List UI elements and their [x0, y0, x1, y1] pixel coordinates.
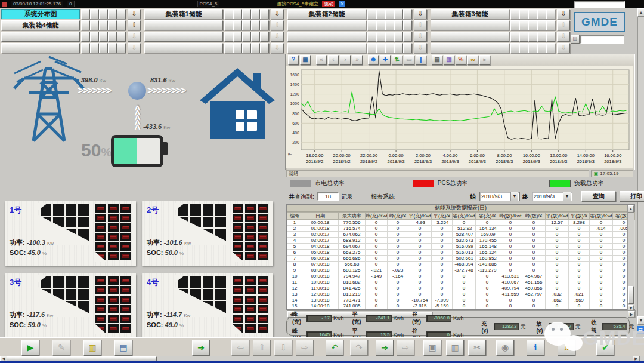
battery-container-panel-2[interactable]: 2号功率: -101.6 KwSOC: 50.0 %	[142, 201, 273, 266]
column-header[interactable]: 峰(充)/Kwt	[366, 213, 388, 220]
pause-icon[interactable]: ∥	[416, 55, 426, 65]
tab-cell[interactable]	[81, 9, 90, 19]
tab-cell[interactable]	[519, 20, 528, 30]
copy-report-button[interactable]: ▥	[446, 340, 464, 356]
tab-cell[interactable]	[224, 32, 233, 42]
tab-empty-r3c3[interactable]	[431, 43, 509, 53]
end-date-select[interactable]: 2018/9/3▼	[532, 192, 572, 201]
top-right-field-2[interactable]	[580, 35, 624, 44]
tab-empty-r2c2[interactable]	[287, 32, 366, 42]
tab-cell[interactable]	[260, 43, 269, 53]
table-scroll-right-icon[interactable]: ▶	[628, 311, 635, 318]
tab-cell[interactable]	[546, 9, 555, 19]
vscroll-down-icon[interactable]: ▼	[637, 316, 644, 325]
tab-cell[interactable]	[510, 32, 519, 42]
table-row[interactable]: 706:00:18666.6860000-502.661-160.8520000…	[287, 256, 635, 262]
tab-empty-r1c2[interactable]	[287, 20, 366, 30]
tab-cell[interactable]	[537, 32, 546, 42]
table-row[interactable]: 807:00:18666.680000-468.394-149.88600000…	[287, 262, 635, 267]
zoom-icon[interactable]: ⊕	[368, 55, 379, 65]
column-header[interactable]: 平(充)/Kwt	[408, 213, 432, 220]
column-header[interactable]: 峰(放)/Kwt	[499, 213, 522, 220]
tab-cell[interactable]	[108, 43, 117, 53]
table-row[interactable]: 605:00:18663.2750000-516.013-165.1240000…	[287, 250, 635, 256]
print-button[interactable]: 打印	[620, 191, 644, 202]
tab-cell[interactable]	[367, 9, 376, 19]
tab-cell[interactable]	[537, 9, 546, 19]
tab-cell[interactable]	[242, 20, 251, 30]
tab-empty-r3c1[interactable]	[144, 43, 223, 53]
tab-page-down-icon[interactable]: ⇩	[128, 9, 141, 19]
tab-cell[interactable]	[403, 43, 412, 53]
tab-cell[interactable]	[519, 43, 528, 53]
next-icon[interactable]: ›	[340, 55, 351, 65]
window-vscrollbar[interactable]	[637, 8, 644, 325]
table-vscrollbar[interactable]: ▲ ▼	[627, 205, 634, 312]
tab-cell[interactable]	[376, 43, 385, 53]
tab-cell[interactable]	[90, 20, 99, 30]
tab-cell[interactable]	[99, 32, 108, 42]
tab-empty-r3c2[interactable]	[287, 43, 366, 53]
tab-cell[interactable]	[251, 20, 260, 30]
battery-container-panel-4[interactable]: 4号功率: -114.7 KwSOC: 49.0 %	[142, 273, 273, 338]
tab-cell[interactable]	[537, 20, 546, 30]
tab-cell[interactable]	[519, 32, 528, 42]
tab-page-down-icon[interactable]: ⇩	[557, 32, 570, 42]
table-row[interactable]: 1413:00:18778.47100-10.754-7.0990000.862…	[287, 297, 635, 303]
tab-cell[interactable]	[233, 43, 242, 53]
percent-icon[interactable]: %	[456, 55, 466, 65]
mini-tool-button[interactable]: ▤	[571, 35, 580, 44]
tab-page-down-icon[interactable]: ⇩	[557, 20, 570, 30]
tab-cell[interactable]	[233, 32, 242, 42]
tab-集装箱1储能[interactable]: 集装箱1储能	[144, 9, 223, 19]
top-right-field[interactable]	[574, 1, 625, 8]
column-header[interactable]: 峰(充)/¥	[388, 213, 408, 220]
tab-cell[interactable]	[233, 20, 242, 30]
tab-cell[interactable]	[224, 43, 233, 53]
tab-cell[interactable]	[385, 43, 394, 53]
tab-cell[interactable]	[242, 43, 251, 53]
tab-cell[interactable]	[99, 43, 108, 53]
tab-cell[interactable]	[260, 9, 269, 19]
tab-cell[interactable]	[367, 20, 376, 30]
tab-page-down-icon[interactable]: ⇩	[557, 9, 570, 19]
tab-cell[interactable]	[251, 32, 260, 42]
column-header[interactable]: 平(放)/Kwt	[546, 213, 569, 220]
tab-cell[interactable]	[81, 43, 90, 53]
tab-cell[interactable]	[81, 20, 90, 30]
tab-cell[interactable]	[117, 32, 126, 42]
column-header[interactable]: 日期	[302, 213, 339, 220]
first-icon[interactable]: «	[316, 55, 327, 65]
run-button[interactable]: ▶	[21, 340, 39, 356]
column-header[interactable]: 谷(放)/Kwt	[590, 213, 613, 220]
tab-cell[interactable]	[99, 20, 108, 30]
view-icon[interactable]: ▭	[404, 55, 414, 65]
tab-page-down-icon[interactable]: ⇩	[414, 9, 427, 19]
search-icon[interactable]: ∞	[467, 55, 478, 65]
tab-cell[interactable]	[376, 20, 385, 30]
battery-container-panel-1[interactable]: 1号功率: -100.3 KwSOC: 45.0 %	[5, 201, 136, 266]
column-header[interactable]: 最大功率	[339, 213, 366, 220]
tab-cell[interactable]	[260, 20, 269, 30]
tab-cell[interactable]	[528, 20, 537, 30]
column-header[interactable]: 谷(充)/¥	[476, 213, 499, 220]
tab-page-down-icon[interactable]: ⇩	[128, 20, 141, 30]
print-icon[interactable]: ▤	[432, 55, 442, 65]
table-row[interactable]: 201:00:18716.5740000-512.92-164.1340000.…	[287, 226, 635, 232]
tab-page-down-icon[interactable]: ⇩	[414, 20, 427, 30]
tab-cell[interactable]	[403, 20, 412, 30]
tab-cell[interactable]	[117, 9, 126, 19]
prev-icon[interactable]: ‹	[328, 55, 339, 65]
column-header[interactable]: 平(放)/¥	[569, 213, 590, 220]
tab-cell[interactable]	[117, 20, 126, 30]
table-row[interactable]: 1009:00:18794.947-.149-.1640000413.53145…	[287, 273, 635, 279]
tab-page-down-icon[interactable]: ⇩	[271, 9, 284, 19]
scale-icon[interactable]: ⇅	[392, 55, 402, 65]
tab-cell[interactable]	[90, 43, 99, 53]
column-header[interactable]: 编号	[287, 213, 302, 220]
chevron-down-icon[interactable]: ▼	[510, 192, 518, 201]
tab-cell[interactable]	[117, 43, 126, 53]
tab-cell[interactable]	[510, 43, 519, 53]
tab-cell[interactable]	[546, 32, 555, 42]
tab-page-down-icon[interactable]: ⇩	[414, 43, 427, 53]
